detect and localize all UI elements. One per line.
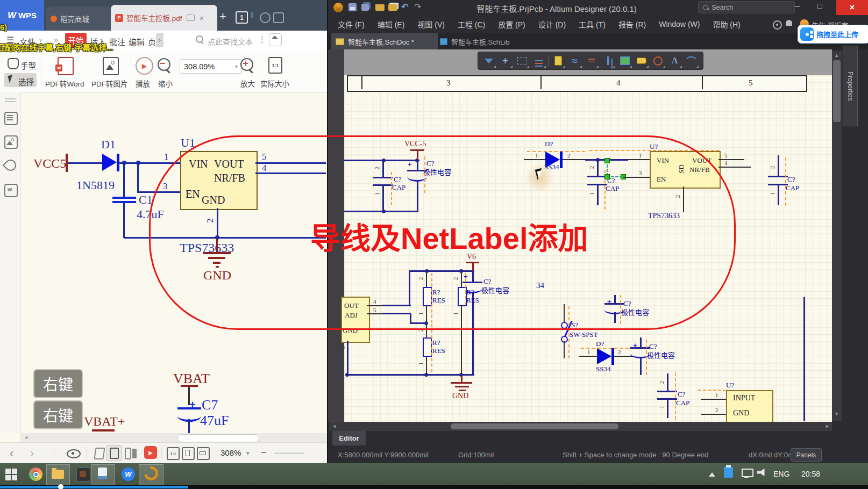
menu-help[interactable]: 帮助 (H): [706, 15, 746, 33]
zoom-value-box[interactable]: 308.09% ▾: [180, 59, 242, 74]
menu-reports[interactable]: 报告 (R): [612, 15, 652, 33]
h-scroll-thumb[interactable]: [451, 423, 618, 429]
two-page-icon[interactable]: [125, 448, 131, 459]
panels-button[interactable]: Panels: [791, 448, 822, 462]
value-cap[interactable]: CAP: [676, 399, 689, 406]
status-zoom-caret-icon[interactable]: ▾: [246, 450, 250, 457]
undo-icon[interactable]: ↶: [401, 2, 408, 12]
usb-tray-icon[interactable]: [724, 467, 733, 478]
menu-project[interactable]: 工程 (C): [451, 15, 492, 33]
status-zoom-value[interactable]: 308%: [220, 448, 241, 457]
taskbar-app-icon[interactable]: [76, 468, 90, 481]
hand-tool-button[interactable]: 手型: [20, 60, 36, 71]
place-gnd-tool[interactable]: [583, 53, 600, 69]
language-indicator[interactable]: ENG: [773, 470, 789, 478]
filter-tool[interactable]: [480, 53, 497, 69]
net-label-gnd[interactable]: GND: [452, 392, 468, 400]
place-part-tool[interactable]: [550, 53, 566, 69]
find-more-icon[interactable]: ⋮: [258, 35, 266, 45]
tray-expand-icon[interactable]: [709, 472, 715, 477]
zoom-in-button[interactable]: 放大: [240, 78, 255, 89]
no-erc-tool[interactable]: [650, 53, 666, 69]
part-ss34[interactable]: SS34: [596, 365, 610, 372]
editor-tab[interactable]: Editor: [332, 431, 366, 445]
designator-c[interactable]: C?: [649, 343, 657, 350]
value-pcap[interactable]: 极性电容: [647, 352, 675, 359]
net-label-tool[interactable]: [633, 53, 650, 69]
tab-schlib[interactable]: 智能车主板.SchLib: [436, 33, 523, 49]
menu-place[interactable]: 放置 (P): [492, 15, 532, 33]
open-all-icon[interactable]: [388, 4, 397, 11]
designator-d[interactable]: D?: [596, 340, 604, 347]
menu-design[interactable]: 设计 (D): [532, 15, 572, 33]
h-scroll-right-icon[interactable]: ►: [825, 423, 830, 429]
video-playhead[interactable]: [58, 484, 63, 489]
place-text-tool[interactable]: A: [666, 53, 683, 69]
skin-icon[interactable]: [260, 12, 271, 23]
pdf2word-button[interactable]: PDF转Word: [45, 78, 84, 89]
play-button[interactable]: 播放: [136, 78, 150, 89]
notes-app-icon[interactable]: [98, 468, 107, 479]
designator-u[interactable]: U?: [726, 382, 734, 389]
window-count-badge[interactable]: 1: [236, 11, 248, 24]
nav-forward-icon[interactable]: ›: [30, 447, 34, 461]
page-layout-selected[interactable]: [106, 445, 122, 461]
more-windows-icon[interactable]: [273, 12, 284, 23]
menu-edit[interactable]: 编辑 (E): [371, 15, 411, 33]
menu-page[interactable]: 页: [148, 36, 155, 47]
single-page-icon[interactable]: [94, 448, 105, 459]
designator-r[interactable]: R?: [432, 339, 440, 346]
fit-width-icon[interactable]: [197, 447, 210, 460]
open-icon[interactable]: [375, 4, 385, 11]
start-button[interactable]: [5, 469, 11, 474]
tab-close-icon[interactable]: ×: [200, 13, 204, 23]
new-tab-button[interactable]: +: [219, 10, 226, 24]
fit-actual-icon[interactable]: 1:1: [167, 447, 180, 460]
align-tool[interactable]: [530, 53, 547, 69]
minimize-button[interactable]: –: [795, 1, 800, 11]
sidebar-outline-icon[interactable]: [4, 112, 18, 125]
status-zoom-out-icon[interactable]: −: [261, 447, 267, 458]
designator-c[interactable]: C?: [678, 391, 685, 398]
sidebar-pdf2word-icon[interactable]: W: [4, 184, 18, 197]
menu-edit[interactable]: 编辑: [129, 36, 145, 47]
wps-hscroll-thumb[interactable]: [177, 434, 259, 442]
designator-c[interactable]: C?: [787, 176, 795, 183]
nav-back-icon[interactable]: ‹: [10, 447, 13, 461]
close-button[interactable]: ×: [836, 0, 868, 15]
move-tool[interactable]: +: [497, 53, 514, 69]
bell-icon[interactable]: [786, 20, 792, 26]
menu-view[interactable]: 视图 (V): [411, 15, 451, 33]
value-cap[interactable]: CAP: [786, 184, 799, 191]
place-arc-tool[interactable]: ⌒: [683, 53, 700, 69]
select-area-tool[interactable]: [514, 53, 530, 69]
tab-schdoc[interactable]: 智能车主板.SchDoc *: [331, 33, 438, 49]
pdf2img-button[interactable]: PDF转图片: [91, 78, 128, 89]
sidebar-drag-handle[interactable]: [5, 98, 16, 99]
save-icon[interactable]: [348, 3, 357, 11]
chrome-icon[interactable]: [29, 468, 42, 481]
find-input[interactable]: 点此查找文本: [208, 36, 253, 47]
place-wire-tool[interactable]: ≈: [566, 53, 583, 69]
zoom-out-button[interactable]: 缩小: [158, 78, 173, 89]
place-sheet-part-tool[interactable]: [616, 53, 633, 69]
explorer-icon[interactable]: [52, 470, 64, 479]
properties-panel-tab[interactable]: Properties: [843, 46, 858, 126]
menu-file[interactable]: 文件 (F): [331, 15, 371, 33]
wps-taskbar-icon[interactable]: W: [122, 468, 135, 481]
menu-scroll-chip[interactable]: ›: [156, 33, 163, 47]
menu-tools[interactable]: 工具 (T): [572, 15, 612, 33]
wps-hscrollbar[interactable]: [20, 433, 327, 442]
tab-store[interactable]: 稻壳商城: [46, 6, 111, 31]
gear-icon[interactable]: [773, 20, 782, 30]
resistor-body[interactable]: [423, 337, 432, 357]
tab-document[interactable]: P 智能车主控板.pdf ×: [111, 5, 217, 31]
eye-protect-icon[interactable]: [67, 449, 81, 458]
part-sw-spst[interactable]: SW-SPST: [570, 331, 598, 338]
sidebar-image-icon[interactable]: [4, 135, 18, 149]
fit-page-icon[interactable]: [182, 447, 195, 460]
v-scroll-up-icon[interactable]: ▲: [834, 53, 839, 58]
zoom-slider-track[interactable]: [274, 452, 304, 454]
altium-search-box[interactable]: Search: [698, 1, 795, 13]
actual-size-button[interactable]: 实际大小: [260, 78, 289, 89]
